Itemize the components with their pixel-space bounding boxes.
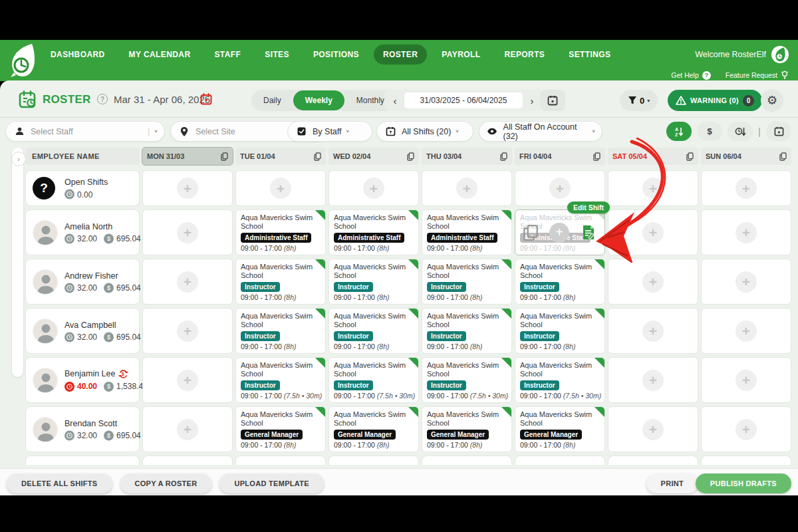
- shift-cell[interactable]: Aqua Mavericks Swim SchoolInstructor09:0…: [515, 308, 605, 354]
- employee-card[interactable]: Ava Campbell32.00$695.04: [25, 308, 140, 354]
- day-header-tue[interactable]: TUE 01/04: [235, 148, 326, 165]
- shift-cell[interactable]: Aqua Mavericks Swim SchoolGeneral Manage…: [422, 406, 512, 452]
- employee-card[interactable]: Benjamin Lee$40.00$1,538.46: [25, 357, 140, 403]
- copy-day-icon[interactable]: [314, 152, 321, 161]
- open-shifts-card[interactable]: ?Open Shifts0.00: [25, 170, 140, 206]
- nav-item-staff[interactable]: STAFF: [205, 45, 250, 65]
- shift-cell[interactable]: Aqua Mavericks Swim SchoolInstructor09:0…: [329, 308, 419, 354]
- empty-shift-cell[interactable]: +: [608, 259, 698, 305]
- shift-cell[interactable]: Aqua Mavericks Swim SchoolInstructor09:0…: [422, 259, 512, 305]
- add-shift-button[interactable]: +: [735, 271, 757, 293]
- nav-item-dashboard[interactable]: DASHBOARD: [41, 45, 114, 65]
- add-shift-button[interactable]: +: [642, 271, 664, 293]
- empty-shift-cell[interactable]: [329, 456, 419, 465]
- copy-day-icon[interactable]: [500, 152, 507, 161]
- empty-shift-cell[interactable]: +: [142, 406, 233, 452]
- empty-shift-cell[interactable]: +: [422, 170, 512, 206]
- employee-card[interactable]: Brendan Scott32.00$695.04: [25, 406, 140, 452]
- select-staff-dropdown[interactable]: Select Staff |˅: [5, 121, 165, 142]
- add-shift-button[interactable]: +: [735, 222, 757, 243]
- add-shift-button[interactable]: +: [549, 178, 571, 199]
- copy-day-icon[interactable]: [779, 152, 787, 161]
- empty-shift-cell[interactable]: [235, 456, 326, 465]
- calendar-picker-button[interactable]: [540, 90, 565, 111]
- nav-item-payroll[interactable]: PAYROLL: [432, 45, 489, 65]
- shift-cell[interactable]: Aqua Mavericks Swim SchoolGeneral Manage…: [235, 406, 326, 452]
- empty-shift-cell[interactable]: [608, 456, 698, 465]
- shift-cell[interactable]: Aqua Mavericks Swim SchoolInstructor09:0…: [329, 357, 419, 403]
- copy-day-icon[interactable]: [686, 152, 694, 161]
- nav-item-positions[interactable]: POSITIONS: [304, 45, 368, 65]
- shift-cell[interactable]: Aqua Mavericks Swim SchoolGeneral Manage…: [329, 406, 419, 452]
- empty-shift-cell[interactable]: +: [701, 308, 791, 354]
- add-shift-button[interactable]: +: [735, 321, 757, 342]
- copy-day-icon[interactable]: [593, 152, 600, 161]
- nav-item-my-calendar[interactable]: MY CALENDAR: [120, 45, 200, 65]
- add-shift-button[interactable]: +: [177, 178, 198, 199]
- hover-shift-cell[interactable]: Aqua Mavericks Swim SchoolAdministrative…: [515, 209, 605, 255]
- empty-shift-cell[interactable]: +: [142, 308, 233, 354]
- view-option-weekly[interactable]: Weekly: [293, 90, 344, 110]
- nav-item-roster[interactable]: ROSTER: [374, 45, 427, 65]
- user-avatar[interactable]: [771, 46, 789, 63]
- shift-cell[interactable]: Aqua Mavericks Swim SchoolAdministrative…: [422, 209, 512, 255]
- title-help-icon[interactable]: ?: [97, 94, 108, 104]
- empty-shift-cell[interactable]: +: [608, 170, 698, 206]
- employee-card[interactable]: [25, 456, 140, 465]
- publish-drafts-button[interactable]: PUBLISH DRAFTS: [696, 473, 791, 493]
- empty-shift-cell[interactable]: +: [701, 406, 791, 452]
- shift-cell[interactable]: Aqua Mavericks Swim SchoolInstructor09:0…: [422, 308, 512, 354]
- shift-cell[interactable]: Aqua Mavericks Swim SchoolInstructor09:0…: [235, 259, 326, 305]
- shift-filter-dropdown[interactable]: All Shifts (20) ˅: [376, 121, 473, 142]
- empty-shift-cell[interactable]: +: [608, 308, 698, 354]
- add-shift-button[interactable]: +: [177, 271, 198, 293]
- empty-shift-cell[interactable]: [515, 456, 605, 465]
- add-shift-button[interactable]: +: [549, 223, 569, 243]
- add-shift-button[interactable]: +: [642, 419, 664, 440]
- add-shift-button[interactable]: +: [735, 419, 757, 440]
- calendar-red-icon[interactable]: [200, 93, 212, 105]
- shift-cell[interactable]: Aqua Mavericks Swim SchoolGeneral Manage…: [515, 406, 605, 452]
- empty-shift-cell[interactable]: [701, 456, 791, 465]
- warning-button[interactable]: WARNING (0) 0: [668, 90, 762, 111]
- sort-hours-button[interactable]: [728, 122, 753, 141]
- add-shift-button[interactable]: +: [642, 178, 664, 199]
- nav-item-reports[interactable]: REPORTS: [495, 45, 554, 65]
- copy-shift-button[interactable]: [523, 224, 539, 241]
- shift-cell[interactable]: Aqua Mavericks Swim SchoolInstructor09:0…: [515, 259, 605, 305]
- copy-day-icon[interactable]: [407, 152, 414, 161]
- empty-shift-cell[interactable]: +: [235, 170, 326, 206]
- shift-cell[interactable]: Aqua Mavericks Swim SchoolInstructor09:0…: [422, 357, 512, 403]
- empty-shift-cell[interactable]: +: [142, 209, 233, 255]
- empty-shift-cell[interactable]: +: [142, 259, 233, 305]
- shift-cell[interactable]: Aqua Mavericks Swim SchoolInstructor09:0…: [235, 308, 326, 354]
- empty-shift-cell[interactable]: +: [701, 357, 791, 403]
- empty-shift-cell[interactable]: +: [701, 209, 791, 255]
- sort-az-button[interactable]: AZ: [666, 122, 692, 141]
- add-shift-button[interactable]: +: [363, 178, 384, 199]
- empty-shift-cell[interactable]: [422, 456, 512, 465]
- empty-shift-cell[interactable]: +: [701, 170, 791, 206]
- filter-button[interactable]: 0 ▾: [620, 90, 658, 111]
- empty-shift-cell[interactable]: +: [701, 259, 791, 305]
- day-header-fri[interactable]: FRI 04/04: [515, 148, 605, 165]
- next-week-button[interactable]: ›: [525, 95, 539, 106]
- empty-shift-cell[interactable]: +: [142, 357, 233, 403]
- shift-cell[interactable]: Aqua Mavericks Swim SchoolAdministrative…: [235, 209, 326, 255]
- add-shift-button[interactable]: +: [735, 178, 757, 199]
- shift-cell[interactable]: Aqua Mavericks Swim SchoolAdministrative…: [329, 209, 419, 255]
- shift-cell[interactable]: Aqua Mavericks Swim SchoolInstructor09:0…: [515, 357, 605, 403]
- empty-shift-cell[interactable]: +: [142, 170, 233, 206]
- add-shift-button[interactable]: +: [456, 178, 477, 199]
- shift-cell[interactable]: Aqua Mavericks Swim SchoolInstructor09:0…: [329, 259, 419, 305]
- add-shift-button[interactable]: +: [177, 222, 198, 243]
- add-shift-button[interactable]: +: [177, 370, 198, 391]
- day-header-sun[interactable]: SUN 06/04: [701, 148, 791, 165]
- sort-pay-button[interactable]: $: [697, 122, 722, 141]
- empty-shift-cell[interactable]: +: [515, 170, 605, 206]
- nav-item-sites[interactable]: SITES: [255, 45, 299, 65]
- delete-all-shifts-button[interactable]: DELETE ALL SHIFTS: [7, 473, 112, 493]
- calendar-view-button[interactable]: [766, 122, 791, 141]
- add-shift-button[interactable]: +: [177, 321, 198, 342]
- add-shift-button[interactable]: +: [642, 222, 664, 243]
